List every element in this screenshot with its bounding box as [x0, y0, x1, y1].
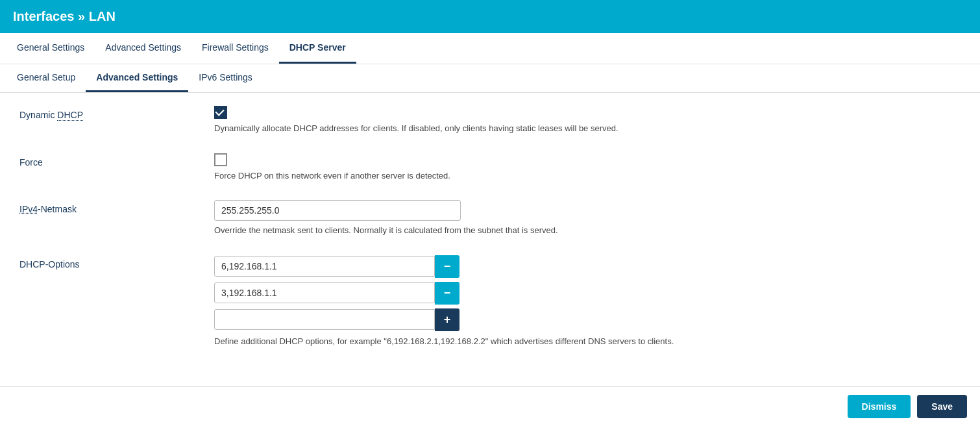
dhcp-option-input-1[interactable] [214, 256, 435, 277]
top-tabs: General Settings Advanced Settings Firew… [0, 33, 980, 64]
sub-tabs: General Setup Advanced Settings IPv6 Set… [0, 64, 980, 93]
ipv4-netmask-controls: Override the netmask sent to clients. No… [214, 200, 961, 237]
dynamic-dhcp-label: Dynamic DHCP [19, 106, 214, 120]
tab-dhcp-server[interactable]: DHCP Server [279, 33, 356, 64]
ipv4-underline-label: IPv4 [19, 204, 38, 214]
ipv4-netmask-hint: Override the netmask sent to clients. No… [214, 224, 961, 237]
dhcp-options-hint: Define additional DHCP options, for exam… [214, 335, 961, 348]
dhcp-option-input-2[interactable] [214, 282, 435, 303]
dhcp-option-row-2: − [214, 282, 961, 305]
dhcp-options-row: DHCP-Options − − + Define additional DHC… [19, 255, 961, 348]
dhcp-options-label: DHCP-Options [19, 255, 214, 269]
page-title: Interfaces » LAN [13, 9, 116, 23]
sub-tab-general-setup[interactable]: General Setup [6, 64, 86, 92]
tab-general-settings[interactable]: General Settings [6, 33, 95, 64]
tab-firewall-settings[interactable]: Firewall Settings [191, 33, 279, 64]
dhcp-option-row-1: − [214, 255, 961, 278]
page-header: Interfaces » LAN [0, 0, 980, 33]
force-row: Force Force DHCP on this network even if… [19, 153, 961, 182]
dhcp-option-remove-1-button[interactable]: − [435, 255, 459, 278]
dhcp-option-row-add: + [214, 308, 961, 331]
force-checkbox[interactable] [214, 153, 227, 166]
dhcp-option-input-new[interactable] [214, 309, 435, 330]
content-area: Dynamic DHCP Dynamically allocate DHCP a… [0, 93, 980, 379]
ipv4-netmask-row: IPv4-Netmask Override the netmask sent t… [19, 200, 961, 237]
force-checkbox-container [214, 153, 961, 166]
dhcp-options-controls: − − + Define additional DHCP options, fo… [214, 255, 961, 348]
dhcp-option-remove-2-button[interactable]: − [435, 282, 459, 305]
force-hint: Force DHCP on this network even if anoth… [214, 169, 961, 182]
dynamic-dhcp-row: Dynamic DHCP Dynamically allocate DHCP a… [19, 106, 961, 135]
ipv4-netmask-label: IPv4-Netmask [19, 200, 214, 214]
tab-advanced-settings[interactable]: Advanced Settings [95, 33, 191, 64]
dynamic-dhcp-dotted-label: DHCP [57, 110, 83, 121]
dynamic-dhcp-checkbox[interactable] [214, 106, 227, 119]
ipv4-netmask-input[interactable] [214, 200, 461, 221]
dynamic-dhcp-hint: Dynamically allocate DHCP addresses for … [214, 122, 961, 135]
sub-tab-advanced-settings[interactable]: Advanced Settings [86, 64, 188, 92]
dhcp-option-add-button[interactable]: + [435, 308, 459, 331]
force-controls: Force DHCP on this network even if anoth… [214, 153, 961, 182]
force-label: Force [19, 153, 214, 168]
dynamic-dhcp-controls: Dynamically allocate DHCP addresses for … [214, 106, 961, 135]
sub-tab-ipv6-settings[interactable]: IPv6 Settings [188, 64, 263, 92]
dynamic-dhcp-checkbox-container [214, 106, 961, 119]
